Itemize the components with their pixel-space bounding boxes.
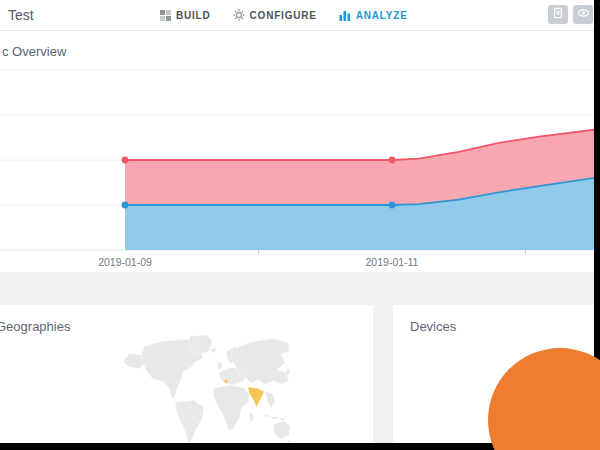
- main-nav: BUILD CONFIGURE: [160, 0, 408, 31]
- map-highlight-dot: [225, 379, 228, 382]
- topbar-actions: [548, 5, 593, 24]
- map-region-madagascar: [249, 413, 254, 423]
- x-axis-label: 2019-01-11: [366, 256, 419, 268]
- map-region-indonesia-1: [264, 415, 269, 418]
- bar-chart-icon: [339, 7, 351, 25]
- traffic-overview-section: c Overview 2019-01-092019-01-11: [0, 31, 600, 272]
- map-region-australia: [273, 420, 291, 438]
- top-bar: Test BUILD: [0, 0, 600, 31]
- gear-icon: [233, 7, 245, 25]
- nav-tab-analyze-label: ANALYZE: [356, 10, 408, 21]
- nav-tab-build-label: BUILD: [176, 10, 211, 21]
- notes-button[interactable]: [548, 5, 568, 24]
- map-region-africa: [213, 385, 250, 430]
- project-title: Test: [8, 7, 34, 23]
- geographies-title: Geographies: [0, 319, 70, 334]
- preview-button[interactable]: [573, 5, 593, 24]
- map-region-uk: [217, 361, 222, 370]
- traffic-area-chart[interactable]: 2019-01-092019-01-11: [0, 31, 600, 272]
- x-axis-label: 2019-01-09: [98, 256, 152, 268]
- devices-title: Devices: [410, 319, 456, 334]
- eye-icon: [577, 7, 590, 22]
- map-region-indochina: [265, 392, 275, 409]
- geographies-card: Geographies: [0, 305, 373, 450]
- nav-tab-analyze[interactable]: ANALYZE: [339, 7, 408, 25]
- document-icon: [552, 7, 564, 22]
- world-map[interactable]: [112, 332, 292, 445]
- map-region-indonesia-2: [271, 417, 278, 420]
- map-region-indonesia-3: [280, 418, 285, 421]
- nav-tab-configure[interactable]: CONFIGURE: [233, 7, 317, 25]
- grid-icon: [160, 7, 171, 25]
- nav-tab-configure-label: CONFIGURE: [250, 10, 317, 21]
- nav-tab-build[interactable]: BUILD: [160, 7, 211, 25]
- map-region-south-america: [175, 400, 204, 445]
- map-region-iceland: [211, 348, 217, 353]
- map-region-india: [248, 387, 264, 407]
- app-screen: Test BUILD: [0, 0, 600, 450]
